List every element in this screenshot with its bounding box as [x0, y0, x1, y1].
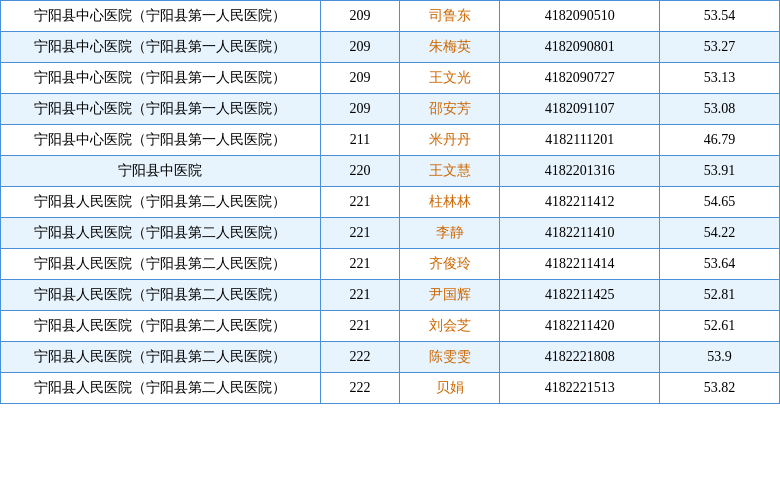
hospital-cell: 宁阳县中心医院（宁阳县第一人民医院） — [1, 125, 321, 156]
hospital-cell: 宁阳县人民医院（宁阳县第二人民医院） — [1, 373, 321, 404]
hospital-cell: 宁阳县人民医院（宁阳县第二人民医院） — [1, 218, 321, 249]
phone-cell: 4182111201 — [500, 125, 660, 156]
code-cell: 209 — [320, 32, 400, 63]
score-cell: 53.08 — [660, 94, 780, 125]
phone-cell: 4182091107 — [500, 94, 660, 125]
table-row: 宁阳县人民医院（宁阳县第二人民医院） 221 李静 4182211410 54.… — [1, 218, 780, 249]
phone-cell: 4182090510 — [500, 1, 660, 32]
code-cell: 209 — [320, 1, 400, 32]
table-row: 宁阳县中心医院（宁阳县第一人民医院） 211 米丹丹 4182111201 46… — [1, 125, 780, 156]
name-cell: 尹国辉 — [400, 280, 500, 311]
phone-cell: 4182090727 — [500, 63, 660, 94]
phone-cell: 4182211412 — [500, 187, 660, 218]
table-row: 宁阳县中心医院（宁阳县第一人民医院） 209 邵安芳 4182091107 53… — [1, 94, 780, 125]
score-cell: 52.61 — [660, 311, 780, 342]
table-row: 宁阳县人民医院（宁阳县第二人民医院） 222 陈雯雯 4182221808 53… — [1, 342, 780, 373]
score-cell: 53.13 — [660, 63, 780, 94]
hospital-cell: 宁阳县中心医院（宁阳县第一人民医院） — [1, 1, 321, 32]
table-row: 宁阳县中心医院（宁阳县第一人民医院） 209 王文光 4182090727 53… — [1, 63, 780, 94]
hospital-cell: 宁阳县人民医院（宁阳县第二人民医院） — [1, 187, 321, 218]
name-cell: 贝娟 — [400, 373, 500, 404]
score-cell: 53.27 — [660, 32, 780, 63]
name-cell: 王文光 — [400, 63, 500, 94]
code-cell: 211 — [320, 125, 400, 156]
score-cell: 52.81 — [660, 280, 780, 311]
hospital-cell: 宁阳县人民医院（宁阳县第二人民医院） — [1, 342, 321, 373]
name-cell: 邵安芳 — [400, 94, 500, 125]
table-row: 宁阳县中心医院（宁阳县第一人民医院） 209 朱梅英 4182090801 53… — [1, 32, 780, 63]
name-cell: 陈雯雯 — [400, 342, 500, 373]
phone-cell: 4182201316 — [500, 156, 660, 187]
data-table: 宁阳县中心医院（宁阳县第一人民医院） 209 司鲁东 4182090510 53… — [0, 0, 780, 404]
score-cell: 53.54 — [660, 1, 780, 32]
name-cell: 柱林林 — [400, 187, 500, 218]
phone-cell: 4182221808 — [500, 342, 660, 373]
phone-cell: 4182211410 — [500, 218, 660, 249]
phone-cell: 4182090801 — [500, 32, 660, 63]
phone-cell: 4182211425 — [500, 280, 660, 311]
main-container: 宁阳县中心医院（宁阳县第一人民医院） 209 司鲁东 4182090510 53… — [0, 0, 780, 404]
name-cell: 齐俊玲 — [400, 249, 500, 280]
code-cell: 221 — [320, 187, 400, 218]
code-cell: 220 — [320, 156, 400, 187]
phone-cell: 4182211420 — [500, 311, 660, 342]
score-cell: 54.22 — [660, 218, 780, 249]
score-cell: 53.64 — [660, 249, 780, 280]
hospital-cell: 宁阳县人民医院（宁阳县第二人民医院） — [1, 249, 321, 280]
hospital-cell: 宁阳县人民医院（宁阳县第二人民医院） — [1, 311, 321, 342]
table-row: 宁阳县人民医院（宁阳县第二人民医院） 222 贝娟 4182221513 53.… — [1, 373, 780, 404]
name-cell: 刘会芝 — [400, 311, 500, 342]
score-cell: 46.79 — [660, 125, 780, 156]
name-cell: 米丹丹 — [400, 125, 500, 156]
code-cell: 221 — [320, 249, 400, 280]
name-cell: 王文慧 — [400, 156, 500, 187]
table-row: 宁阳县人民医院（宁阳县第二人民医院） 221 尹国辉 4182211425 52… — [1, 280, 780, 311]
code-cell: 209 — [320, 63, 400, 94]
hospital-cell: 宁阳县中心医院（宁阳县第一人民医院） — [1, 63, 321, 94]
table-row: 宁阳县中医院 220 王文慧 4182201316 53.91 — [1, 156, 780, 187]
code-cell: 221 — [320, 280, 400, 311]
table-row: 宁阳县人民医院（宁阳县第二人民医院） 221 柱林林 4182211412 54… — [1, 187, 780, 218]
code-cell: 221 — [320, 218, 400, 249]
hospital-cell: 宁阳县中医院 — [1, 156, 321, 187]
table-row: 宁阳县人民医院（宁阳县第二人民医院） 221 刘会芝 4182211420 52… — [1, 311, 780, 342]
code-cell: 222 — [320, 342, 400, 373]
score-cell: 54.65 — [660, 187, 780, 218]
table-row: 宁阳县中心医院（宁阳县第一人民医院） 209 司鲁东 4182090510 53… — [1, 1, 780, 32]
score-cell: 53.91 — [660, 156, 780, 187]
code-cell: 209 — [320, 94, 400, 125]
name-cell: 李静 — [400, 218, 500, 249]
hospital-cell: 宁阳县中心医院（宁阳县第一人民医院） — [1, 32, 321, 63]
phone-cell: 4182221513 — [500, 373, 660, 404]
phone-cell: 4182211414 — [500, 249, 660, 280]
score-cell: 53.9 — [660, 342, 780, 373]
table-row: 宁阳县人民医院（宁阳县第二人民医院） 221 齐俊玲 4182211414 53… — [1, 249, 780, 280]
hospital-cell: 宁阳县人民医院（宁阳县第二人民医院） — [1, 280, 321, 311]
score-cell: 53.82 — [660, 373, 780, 404]
code-cell: 221 — [320, 311, 400, 342]
hospital-cell: 宁阳县中心医院（宁阳县第一人民医院） — [1, 94, 321, 125]
code-cell: 222 — [320, 373, 400, 404]
name-cell: 司鲁东 — [400, 1, 500, 32]
name-cell: 朱梅英 — [400, 32, 500, 63]
